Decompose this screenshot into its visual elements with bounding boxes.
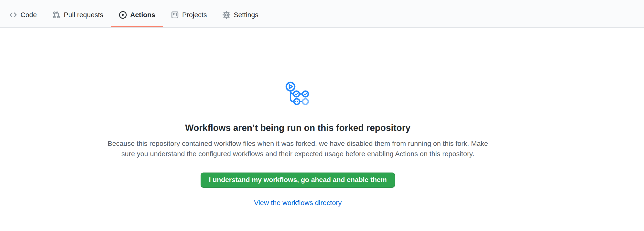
tab-label-projects: Projects bbox=[182, 11, 207, 19]
tab-settings[interactable]: Settings bbox=[215, 0, 266, 27]
tab-code[interactable]: Code bbox=[2, 0, 45, 27]
workflow-graph-icon bbox=[285, 82, 310, 106]
git-pull-request-icon bbox=[52, 11, 60, 19]
code-icon bbox=[9, 11, 17, 19]
tab-pull-requests[interactable]: Pull requests bbox=[45, 0, 111, 27]
description-line-2: sure you understand the configured workf… bbox=[122, 150, 474, 158]
button-row: I understand my workflows, go ahead and … bbox=[0, 159, 596, 188]
enable-workflows-button[interactable]: I understand my workflows, go ahead and … bbox=[200, 172, 395, 188]
description-text: Because this repository contained workfl… bbox=[0, 138, 596, 159]
tab-label-actions: Actions bbox=[130, 11, 156, 19]
tab-label-pull-requests: Pull requests bbox=[64, 11, 103, 19]
actions-disabled-page: Workflows aren’t being run on this forke… bbox=[0, 28, 596, 207]
tab-label-settings: Settings bbox=[234, 11, 258, 19]
repo-tab-bar: Code Pull requests Actions bbox=[0, 0, 644, 28]
tab-projects[interactable]: Projects bbox=[163, 0, 215, 27]
page-title: Workflows aren’t being run on this forke… bbox=[0, 122, 596, 134]
view-workflows-directory-link[interactable]: View the workflows directory bbox=[254, 199, 342, 206]
link-row: View the workflows directory bbox=[0, 198, 596, 207]
play-icon bbox=[119, 11, 127, 19]
blankslate: Workflows aren’t being run on this forke… bbox=[0, 28, 596, 207]
gear-icon bbox=[222, 11, 230, 19]
tab-actions[interactable]: Actions bbox=[111, 0, 163, 27]
tab-label-code: Code bbox=[20, 11, 37, 19]
project-icon bbox=[171, 11, 179, 19]
description-line-1: Because this repository contained workfl… bbox=[108, 139, 488, 147]
